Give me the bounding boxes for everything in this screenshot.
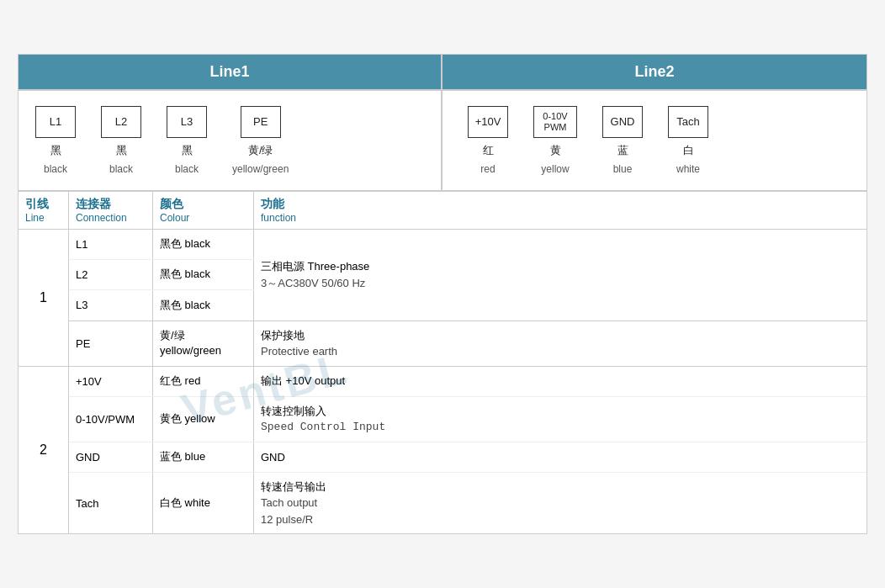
line2-connectors: +10V 红 red 0-10VPWM 黄 yellow GND 蓝 blue … <box>468 106 858 175</box>
func-cn-L123: 三相电源 Three-phase <box>261 258 369 275</box>
cell-colour-Tach: 白色 white <box>153 473 254 534</box>
table-group-1: 1 L1 黑色 black L2 黑色 black <box>19 230 866 367</box>
connector-en-Tach: white <box>676 163 700 175</box>
group-2-container: 2 +10V 红色 red 输出 +10V output 0-10V/PWM 黄… <box>19 367 866 534</box>
cell-func-0-10V: 转速控制输入 Speed Control Input <box>254 397 866 442</box>
header-line1: Line1 <box>19 55 442 89</box>
func-en-Tach: Tach output <box>261 495 326 511</box>
connector-cn-L2: 黑 <box>116 143 127 158</box>
connector-L2: L2 黑 black <box>101 106 141 175</box>
connector-box-10V: +10V <box>468 106 508 138</box>
col-line-sub: Line <box>25 212 61 224</box>
cell-conn-0-10V: 0-10V/PWM <box>69 397 153 442</box>
func-cn-Tach: 转速信号输出 <box>261 479 326 495</box>
func-en-0-10V: Speed Control Input <box>261 419 385 436</box>
table-header: 引线 Line 连接器 Connection 颜色 Colour 功能 func… <box>19 192 866 230</box>
func-text-L123: 三相电源 Three-phase 3～AC380V 50/60 Hz <box>261 258 369 291</box>
connector-cn-L3: 黑 <box>182 143 193 158</box>
col-colour-sub: Colour <box>160 212 246 224</box>
func-text-0-10V: 转速控制输入 Speed Control Input <box>261 403 385 436</box>
line2-title: Line2 <box>634 63 674 80</box>
table-section: 引线 Line 连接器 Connection 颜色 Colour 功能 func… <box>19 192 866 534</box>
cell-conn-L1: L1 <box>69 230 153 259</box>
connector-cn-PE: 黄/绿 <box>248 143 273 158</box>
connector-L3: L3 黑 black <box>167 106 207 175</box>
connector-box-0-10V: 0-10VPWM <box>533 106 577 138</box>
connector-en-GND: blue <box>613 163 633 175</box>
row-Tach: Tach 白色 white 转速信号输出 Tach output 12 puls… <box>69 473 866 534</box>
cell-colour-L3: 黑色 black <box>153 290 254 320</box>
diagram-line1: L1 黑 black L2 黑 black L3 黑 black PE 黄/绿 <box>19 91 442 190</box>
connector-box-Tach: Tach <box>668 106 708 138</box>
func-text-PE: 保护接地 Protective earth <box>261 327 337 360</box>
line1-title: Line1 <box>209 63 249 80</box>
l123-conn-colours: L1 黑色 black L2 黑色 black L3 黑色 black <box>69 230 254 320</box>
connector-GND: GND 蓝 blue <box>602 106 643 175</box>
connector-PE: PE 黄/绿 yellow/green <box>232 106 289 175</box>
cell-colour-L1: 黑色 black <box>153 230 254 259</box>
connector-box-L3: L3 <box>167 106 207 138</box>
cell-func-GND: GND <box>254 442 866 472</box>
func-L123: 三相电源 Three-phase 3～AC380V 50/60 Hz <box>254 230 866 320</box>
row-0-10V: 0-10V/PWM 黄色 yellow 转速控制输入 Speed Control… <box>69 397 866 442</box>
subgroup-l123: L1 黑色 black L2 黑色 black L3 黑色 black <box>69 230 866 321</box>
connector-en-10V: red <box>480 163 495 175</box>
col-conn-sub: Connection <box>76 212 146 224</box>
connector-en-L3: black <box>175 163 199 175</box>
header-line2: Line2 <box>442 55 866 89</box>
connector-cn-0-10V: 黄 <box>550 143 561 158</box>
rows-section-1: L1 黑色 black L2 黑色 black L3 黑色 black <box>69 230 866 366</box>
col-line-header: 引线 Line <box>19 192 69 229</box>
connector-box-L2: L2 <box>101 106 141 138</box>
connector-cn-L1: 黑 <box>50 143 61 158</box>
col-colour-header: 颜色 Colour <box>153 192 254 229</box>
connector-en-L2: black <box>109 163 133 175</box>
rows-section-2: +10V 红色 red 输出 +10V output 0-10V/PWM 黄色 … <box>69 367 866 534</box>
func-cn-0-10V: 转速控制输入 <box>261 403 385 420</box>
cell-conn-10V: +10V <box>69 367 153 396</box>
connector-cn-10V: 红 <box>483 143 494 158</box>
connector-10V: +10V 红 red <box>468 106 508 175</box>
diagram-line2: +10V 红 red 0-10VPWM 黄 yellow GND 蓝 blue … <box>442 91 866 190</box>
cell-colour-GND: 蓝色 blue <box>153 442 254 472</box>
header-row: Line1 Line2 <box>19 55 866 91</box>
connector-en-0-10V: yellow <box>541 163 569 175</box>
line-number-2: 2 <box>19 367 69 534</box>
group-1-container: 1 L1 黑色 black L2 黑色 black <box>19 230 866 366</box>
col-colour-main: 颜色 <box>160 197 246 212</box>
table-group-2: 2 +10V 红色 red 输出 +10V output 0-10V/PWM 黄… <box>19 367 866 534</box>
connector-Tach: Tach 白 white <box>668 106 708 175</box>
func-en2-Tach: 12 pulse/R <box>261 511 326 528</box>
line1-connectors: L1 黑 black L2 黑 black L3 黑 black PE 黄/绿 <box>35 106 432 175</box>
cell-conn-PE: PE <box>69 321 153 366</box>
connector-box-PE: PE <box>241 106 281 138</box>
row-L2: L2 黑色 black <box>69 260 254 290</box>
col-func-sub: function <box>261 212 860 224</box>
col-line-main: 引线 <box>25 197 61 212</box>
connector-en-L1: black <box>44 163 67 175</box>
main-container: Line1 Line2 L1 黑 black L2 黑 black L3 <box>18 54 867 535</box>
line-number-1: 1 <box>19 230 69 366</box>
cell-conn-L2: L2 <box>69 260 153 289</box>
connector-0-10V: 0-10VPWM 黄 yellow <box>533 106 577 175</box>
cell-colour-0-10V: 黄色 yellow <box>153 397 254 442</box>
diagram-row: L1 黑 black L2 黑 black L3 黑 black PE 黄/绿 <box>19 91 866 192</box>
cell-conn-GND: GND <box>69 442 153 472</box>
func-en-PE: Protective earth <box>261 343 337 360</box>
row-L3: L3 黑色 black <box>69 290 254 320</box>
cell-func-10V: 输出 +10V output <box>254 367 866 396</box>
cell-conn-Tach: Tach <box>69 473 153 534</box>
connector-cn-Tach: 白 <box>683 143 694 158</box>
cell-colour-PE: 黄/绿yellow/green <box>153 321 254 366</box>
connector-box-GND: GND <box>602 106 643 138</box>
connector-box-L1: L1 <box>35 106 76 138</box>
row-10V: +10V 红色 red 输出 +10V output <box>69 367 866 397</box>
row-PE: PE 黄/绿yellow/green 保护接地 Protective earth <box>69 321 866 366</box>
func-text-Tach: 转速信号输出 Tach output 12 pulse/R <box>261 479 326 528</box>
cell-conn-L3: L3 <box>69 290 153 320</box>
func-cn-PE: 保护接地 <box>261 327 337 344</box>
row-GND: GND 蓝色 blue GND <box>69 442 866 473</box>
col-conn-header: 连接器 Connection <box>69 192 153 229</box>
col-func-main: 功能 <box>261 197 860 212</box>
connector-en-PE: yellow/green <box>232 163 289 175</box>
